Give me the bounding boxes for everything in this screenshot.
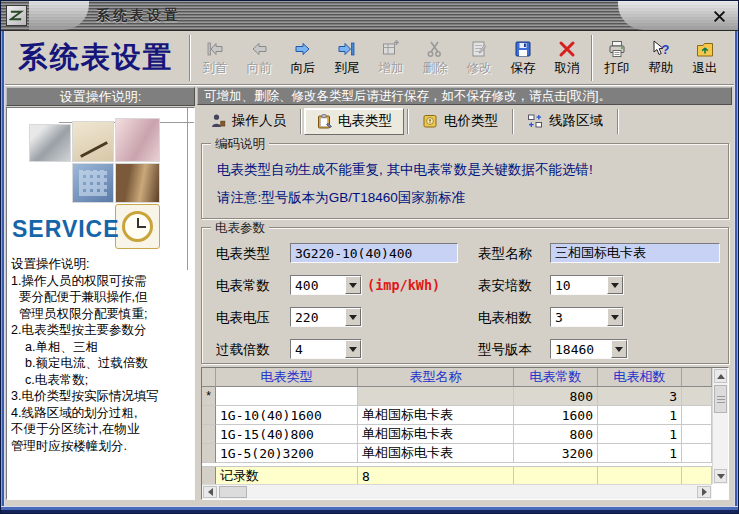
help-label: 帮助	[649, 60, 674, 77]
dropdown-arrow-icon	[345, 308, 361, 326]
toolbar-separator	[189, 35, 191, 81]
tab-label: 操作人员	[232, 112, 286, 130]
scroll-right-button[interactable]	[697, 486, 711, 498]
table-row-new[interactable]: * 800 3	[202, 387, 712, 406]
print-button[interactable]: 打印	[595, 33, 639, 83]
instructions-text: 设置操作说明: 1.操作人员的权限可按需 要分配便于兼职操作,但 管理员权限分配…	[11, 256, 192, 454]
tab-meter-types[interactable]: 电表类型	[304, 108, 404, 135]
instruction-line: b.额定电流、过载倍数	[11, 355, 192, 372]
first-button[interactable]: 到首	[193, 33, 237, 83]
instruction-line: c.电表常数;	[11, 372, 192, 389]
app-logo-icon	[9, 8, 24, 23]
table-cell[interactable]: 800	[514, 425, 598, 444]
phases-select[interactable]: 3	[550, 307, 624, 327]
next-label: 向后	[291, 60, 316, 77]
tab-operators[interactable]: 操作人员	[199, 108, 297, 135]
modify-button[interactable]: 修改	[457, 33, 501, 83]
table-cell[interactable]: 3200	[514, 444, 598, 463]
ampere-select[interactable]: 10	[550, 275, 624, 295]
table-footer-row: 记录数 8	[202, 467, 712, 484]
window-border-left	[1, 31, 5, 513]
dropdown-arrow-icon	[611, 340, 627, 358]
model-name-input[interactable]: 三相国标电卡表	[550, 243, 720, 263]
help-button[interactable]: ? 帮助	[639, 33, 683, 83]
table-cell[interactable]: 单相国标电卡表	[358, 425, 514, 444]
row-selector	[202, 444, 216, 463]
instruction-line: 要分配便于兼职操作,但	[11, 289, 192, 306]
photo-stapler	[29, 124, 71, 162]
photo-watch	[115, 204, 160, 249]
help-icon: ?	[651, 39, 671, 59]
table-cell[interactable]: 1	[598, 444, 682, 463]
row-selector	[202, 467, 216, 484]
overload-select[interactable]: 4	[290, 339, 362, 359]
toolbar-separator	[591, 35, 593, 81]
scroll-left-icon	[208, 488, 213, 496]
table-cell[interactable]: 1	[598, 425, 682, 444]
next-button[interactable]: 向后	[281, 33, 325, 83]
table-cell[interactable]	[216, 387, 358, 406]
window-title: 系统表设置	[96, 7, 181, 25]
table-cell-blank	[514, 467, 598, 484]
scroll-down-button[interactable]	[714, 469, 727, 483]
table-cell[interactable]: 800	[514, 387, 598, 406]
last-button[interactable]: 到尾	[325, 33, 369, 83]
selector-column-header	[202, 368, 216, 387]
scrollbar-thumb[interactable]	[219, 486, 247, 498]
table-cell[interactable]: 1G-5(20)3200	[216, 444, 358, 463]
scrollbar-thumb[interactable]	[714, 385, 727, 413]
tab-separator	[300, 109, 301, 134]
close-button[interactable]	[708, 6, 730, 26]
instruction-line: 2.电表类型按主要参数分	[11, 322, 192, 339]
dropdown-arrow-icon	[345, 276, 361, 294]
column-header-blank	[682, 368, 712, 387]
vertical-scrollbar[interactable]	[712, 368, 728, 484]
watch-icon	[122, 211, 153, 242]
save-label: 保存	[511, 60, 536, 77]
version-select[interactable]: 18460	[550, 339, 628, 359]
table-cell[interactable]	[358, 387, 514, 406]
voltage-select[interactable]: 220	[290, 307, 362, 327]
meter-type-input[interactable]: 3G220-10(40)400	[290, 243, 458, 263]
first-icon	[205, 39, 225, 59]
scroll-up-button[interactable]	[714, 369, 727, 383]
meter-constant-select[interactable]: 400	[290, 275, 362, 295]
table-cell[interactable]: 1600	[514, 406, 598, 425]
row-selector	[202, 406, 216, 425]
table-cell-blank	[682, 425, 712, 444]
table-row[interactable]: 1G-5(20)3200 单相国标电卡表 3200 1	[202, 444, 712, 463]
photo-pen	[72, 121, 114, 162]
delete-label: 删除	[423, 60, 448, 77]
table-cell[interactable]: 单相国标电卡表	[358, 444, 514, 463]
save-button[interactable]: 保存	[501, 33, 545, 83]
prev-button[interactable]: 向前	[237, 33, 281, 83]
add-button[interactable]: 增加	[369, 33, 413, 83]
title-bar[interactable]: 系统表设置	[1, 1, 738, 31]
exit-button[interactable]: 退出	[683, 33, 727, 83]
column-header: 电表类型	[216, 368, 358, 387]
record-count-value: 8	[358, 467, 514, 484]
region-boxes-icon	[527, 113, 543, 129]
ampere-value: 10	[551, 276, 607, 294]
encoding-note-2: 请注意:型号版本为GB/T18460国家新标准	[217, 189, 465, 207]
table-row[interactable]: 1G-10(40)1600 单相国标电卡表 1600 1	[202, 406, 712, 425]
horizontal-scrollbar[interactable]	[202, 484, 712, 499]
delete-button[interactable]: 删除	[413, 33, 457, 83]
table-cell[interactable]: 1	[598, 406, 682, 425]
version-label: 型号版本	[478, 341, 532, 359]
instruction-line: 设置操作说明:	[11, 256, 192, 273]
table-cell[interactable]: 3	[598, 387, 682, 406]
tab-line-regions[interactable]: 线路区域	[516, 108, 614, 135]
record-count-label: 记录数	[216, 467, 358, 484]
table-cell[interactable]: 单相国标电卡表	[358, 406, 514, 425]
cancel-button[interactable]: 取消	[545, 33, 589, 83]
table-row[interactable]: 1G-15(40)800 单相国标电卡表 800 1	[202, 425, 712, 444]
decor-line-vertical	[187, 108, 188, 270]
tab-price-types[interactable]: 电价类型	[411, 108, 509, 135]
price-book-icon	[422, 113, 438, 129]
notice-bar: 可增加、删除、修改各类型后请进行保存，如不保存修改，请点击[取消]。	[197, 87, 732, 105]
scroll-left-button[interactable]	[203, 486, 217, 498]
table-cell[interactable]: 1G-10(40)1600	[216, 406, 358, 425]
table-cell[interactable]: 1G-15(40)800	[216, 425, 358, 444]
instruction-line: 不便于分区统计,在物业	[11, 421, 192, 438]
